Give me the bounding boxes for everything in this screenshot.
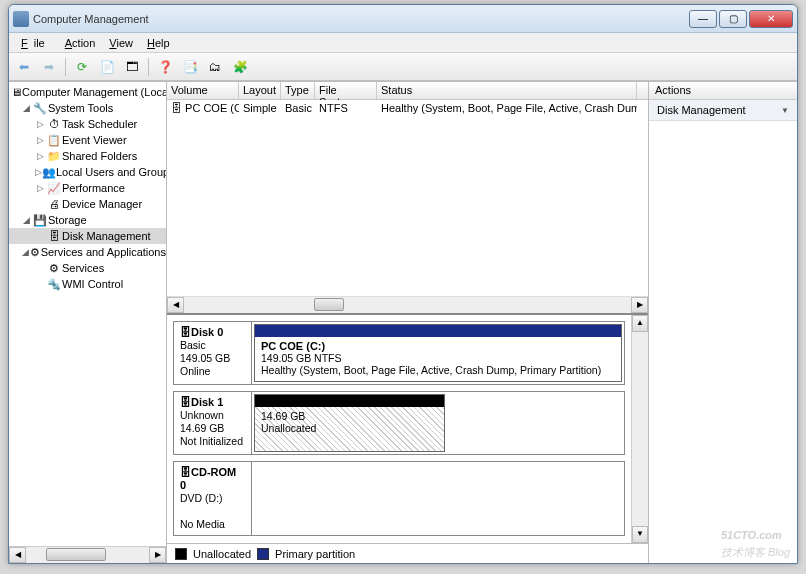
- disk-row[interactable]: 🗄CD-ROM 0DVD (D:)No Media: [173, 461, 625, 536]
- legend-swatch: [175, 548, 187, 560]
- actions-panel: Actions Disk Management ▼: [649, 82, 797, 563]
- column-headers: VolumeLayoutTypeFile SystemStatus: [167, 82, 648, 100]
- scroll-up-icon[interactable]: ▲: [632, 315, 648, 332]
- column-header[interactable]: Volume: [167, 82, 239, 99]
- disk-volumes: PC COE (C:)149.05 GB NTFSHealthy (System…: [252, 322, 624, 384]
- toolbar-icon[interactable]: 🧩: [229, 56, 251, 78]
- menu-help[interactable]: Help: [141, 35, 176, 51]
- toolbar-icon[interactable]: 🗔: [121, 56, 143, 78]
- tree-node[interactable]: ◢💾Storage: [9, 212, 166, 228]
- menubar: File Action View Help: [9, 33, 797, 53]
- forward-button[interactable]: ➡: [38, 56, 60, 78]
- titlebar[interactable]: Computer Management — ▢ ✕: [9, 5, 797, 33]
- legend-label: Unallocated: [193, 548, 251, 560]
- disk-volumes: 14.69 GBUnallocated: [252, 392, 624, 454]
- chevron-down-icon: ▼: [781, 106, 789, 115]
- help-button[interactable]: ❓: [154, 56, 176, 78]
- window-buttons: — ▢ ✕: [689, 10, 793, 28]
- tree-label: Device Manager: [62, 198, 142, 210]
- tree-label: Local Users and Groups: [56, 166, 167, 178]
- content: 🖥Computer Management (Local◢🔧System Tool…: [9, 81, 797, 563]
- tree-label: WMI Control: [62, 278, 123, 290]
- tree-node[interactable]: 🖥Computer Management (Local: [9, 84, 166, 100]
- properties-button[interactable]: 📄: [96, 56, 118, 78]
- tree-node[interactable]: 🔩WMI Control: [9, 276, 166, 292]
- volume-block[interactable]: 14.69 GBUnallocated: [254, 394, 445, 452]
- tree-icon: 📁: [46, 149, 62, 163]
- column-header[interactable]: Layout: [239, 82, 281, 99]
- tree-label: Disk Management: [62, 230, 151, 242]
- scroll-down-icon[interactable]: ▼: [632, 526, 648, 543]
- action-label: Disk Management: [657, 104, 746, 116]
- tree-icon: 🗄: [46, 229, 62, 243]
- center-panel: VolumeLayoutTypeFile SystemStatus 🗄 PC C…: [167, 82, 649, 563]
- cell: NTFS: [315, 102, 377, 114]
- tree-node[interactable]: 🗄Disk Management: [9, 228, 166, 244]
- legend-label: Primary partition: [275, 548, 355, 560]
- disk-row[interactable]: 🗄Disk 1Unknown14.69 GBNot Initialized14.…: [173, 391, 625, 455]
- menu-action[interactable]: Action: [59, 35, 102, 51]
- toolbar-icon[interactable]: 📑: [179, 56, 201, 78]
- disk-row[interactable]: 🗄Disk 0Basic149.05 GBOnlinePC COE (C:)14…: [173, 321, 625, 385]
- tree-icon: 🔩: [46, 277, 62, 291]
- minimize-button[interactable]: —: [689, 10, 717, 28]
- tree-node[interactable]: ▷📁Shared Folders: [9, 148, 166, 164]
- graphical-scrollbar[interactable]: ▲ ▼: [631, 315, 648, 543]
- scroll-thumb[interactable]: [46, 548, 106, 561]
- back-button[interactable]: ⬅: [13, 56, 35, 78]
- tree-node[interactable]: ◢🔧System Tools: [9, 100, 166, 116]
- column-header[interactable]: Type: [281, 82, 315, 99]
- tree-label: Storage: [48, 214, 87, 226]
- volume-list[interactable]: 🗄 PC COE (C:)SimpleBasicNTFSHealthy (Sys…: [167, 100, 648, 296]
- tree-label: Computer Management (Local: [22, 86, 167, 98]
- toolbar-icon[interactable]: 🗂: [204, 56, 226, 78]
- disk-graphical-view: 🗄Disk 0Basic149.05 GBOnlinePC COE (C:)14…: [167, 313, 648, 543]
- tree-label: Services: [62, 262, 104, 274]
- column-header[interactable]: File System: [315, 82, 377, 99]
- tree-icon: ⚙: [46, 261, 62, 275]
- tree-node[interactable]: 🖨Device Manager: [9, 196, 166, 212]
- maximize-button[interactable]: ▢: [719, 10, 747, 28]
- window: Computer Management — ▢ ✕ File Action Vi…: [8, 4, 798, 564]
- legend: UnallocatedPrimary partition: [167, 543, 648, 563]
- tree-icon: ⚙: [29, 245, 41, 259]
- scroll-right-icon[interactable]: ▶: [149, 547, 166, 563]
- close-button[interactable]: ✕: [749, 10, 793, 28]
- volume-row[interactable]: 🗄 PC COE (C:)SimpleBasicNTFSHealthy (Sys…: [167, 100, 648, 116]
- scroll-thumb[interactable]: [314, 298, 344, 311]
- tree-label: Services and Applications: [41, 246, 166, 258]
- refresh-button[interactable]: ⟳: [71, 56, 93, 78]
- tree-label: Event Viewer: [62, 134, 127, 146]
- volume-header-bar: [255, 395, 444, 407]
- tree-node[interactable]: ▷📋Event Viewer: [9, 132, 166, 148]
- column-header[interactable]: Status: [377, 82, 637, 99]
- tree-icon: 👥: [42, 165, 56, 179]
- tree-icon: 🖥: [11, 85, 22, 99]
- list-scrollbar[interactable]: ◀ ▶: [167, 296, 648, 313]
- app-icon: [13, 11, 29, 27]
- scroll-left-icon[interactable]: ◀: [9, 547, 26, 563]
- cell: Healthy (System, Boot, Page File, Active…: [377, 102, 637, 114]
- tree-icon: 🔧: [32, 101, 48, 115]
- tree-scrollbar[interactable]: ◀ ▶: [9, 546, 166, 563]
- scroll-right-icon[interactable]: ▶: [631, 297, 648, 313]
- action-disk-management[interactable]: Disk Management ▼: [649, 100, 797, 121]
- volume-block[interactable]: PC COE (C:)149.05 GB NTFSHealthy (System…: [254, 324, 622, 382]
- cell: Simple: [239, 102, 281, 114]
- tree-node[interactable]: ▷📈Performance: [9, 180, 166, 196]
- menu-file[interactable]: File: [15, 35, 57, 51]
- tree-node[interactable]: ◢⚙Services and Applications: [9, 244, 166, 260]
- tree-label: Task Scheduler: [62, 118, 137, 130]
- menu-view[interactable]: View: [103, 35, 139, 51]
- tree-panel: 🖥Computer Management (Local◢🔧System Tool…: [9, 82, 167, 563]
- tree-node[interactable]: ▷⏱Task Scheduler: [9, 116, 166, 132]
- tree-node[interactable]: ▷👥Local Users and Groups: [9, 164, 166, 180]
- tree-icon: 💾: [32, 213, 48, 227]
- volume-body: 14.69 GBUnallocated: [255, 407, 444, 451]
- cell: 🗄 PC COE (C:): [167, 102, 239, 114]
- tree-node[interactable]: ⚙Services: [9, 260, 166, 276]
- tree-label: Performance: [62, 182, 125, 194]
- scroll-left-icon[interactable]: ◀: [167, 297, 184, 313]
- disk-info: 🗄Disk 0Basic149.05 GBOnline: [174, 322, 252, 384]
- volume-header-bar: [255, 325, 621, 337]
